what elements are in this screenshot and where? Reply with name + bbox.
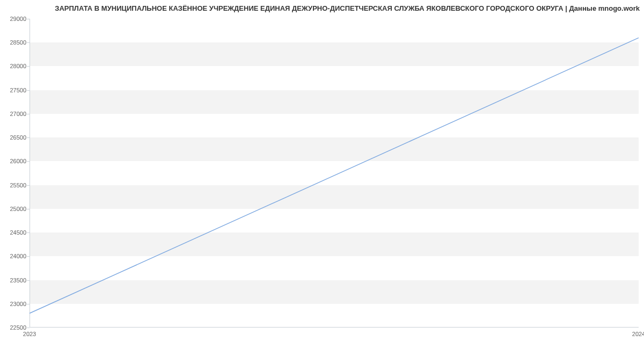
y-tick-mark: [27, 328, 30, 328]
y-tick-mark: [27, 280, 30, 281]
y-tick-label: 26500: [10, 134, 26, 141]
y-tick-mark: [27, 256, 30, 257]
x-tick-label: 2024: [632, 331, 644, 337]
y-tick-mark: [27, 90, 30, 91]
y-tick-label: 24500: [10, 229, 26, 236]
chart-title: ЗАРПЛАТА В МУНИЦИПАЛЬНОЕ КАЗЁННОЕ УЧРЕЖД…: [55, 4, 640, 12]
y-tick-label: 28000: [10, 63, 26, 69]
y-tick-label: 23500: [10, 277, 26, 283]
y-tick-label: 24000: [10, 253, 26, 259]
x-tick-label: 2023: [23, 331, 36, 337]
y-tick-mark: [27, 209, 30, 209]
y-tick-label: 23000: [10, 301, 26, 307]
y-tick-label: 25000: [10, 206, 26, 212]
y-tick-mark: [27, 19, 30, 19]
y-tick-mark: [27, 304, 30, 304]
y-tick-label: 27500: [10, 87, 26, 93]
y-tick-mark: [27, 161, 30, 162]
y-tick-label: 22500: [10, 324, 26, 331]
y-tick-mark: [27, 66, 30, 67]
y-tick-mark: [27, 114, 30, 114]
y-tick-mark: [27, 185, 30, 186]
y-tick-label: 29000: [10, 16, 26, 22]
y-tick-label: 28500: [10, 39, 26, 46]
plot-area: 2250023000235002400024500250002550026000…: [30, 19, 639, 328]
y-tick-mark: [27, 137, 30, 138]
y-tick-mark: [27, 232, 30, 233]
series-polyline: [30, 38, 639, 313]
y-tick-label: 27000: [10, 111, 26, 117]
y-tick-label: 26000: [10, 158, 26, 164]
y-tick-mark: [27, 42, 30, 43]
line-series: [30, 19, 639, 328]
y-tick-label: 25500: [10, 182, 26, 188]
